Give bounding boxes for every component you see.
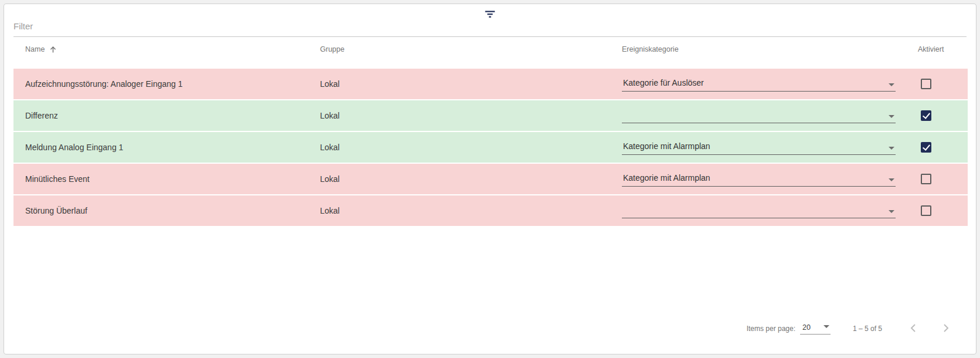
page-size-value: 20 bbox=[802, 323, 811, 332]
caret-down-icon bbox=[889, 83, 894, 86]
aktiviert-checkbox[interactable] bbox=[921, 110, 931, 121]
header-name[interactable]: Name bbox=[13, 45, 308, 54]
cell-name: Minütliches Event bbox=[13, 174, 308, 184]
next-page-button[interactable] bbox=[936, 319, 956, 339]
header-aktiviert: Aktiviert bbox=[906, 45, 968, 53]
cell-name: Differenz bbox=[13, 111, 308, 120]
aktiviert-checkbox[interactable] bbox=[921, 142, 931, 153]
ereigniskategorie-select[interactable] bbox=[622, 108, 896, 123]
events-table-card: Name Gruppe Ereigniskategorie Aktiviert … bbox=[4, 4, 976, 354]
chevron-right-icon bbox=[939, 321, 953, 337]
cell-name: Meldung Analog Eingang 1 bbox=[13, 143, 308, 152]
header-gruppe: Gruppe bbox=[308, 45, 611, 53]
previous-page-button[interactable] bbox=[903, 319, 923, 339]
ereigniskategorie-select-value: Kategorie mit Alarmplan bbox=[623, 173, 710, 183]
filter-list-icon bbox=[484, 8, 496, 19]
cell-gruppe: Lokal bbox=[308, 206, 611, 215]
aktiviert-checkbox[interactable] bbox=[921, 205, 931, 216]
cell-name: Aufzeichnungsstörung: Analoger Eingang 1 bbox=[13, 79, 308, 89]
caret-down-icon bbox=[889, 147, 894, 150]
chevron-left-icon bbox=[906, 321, 920, 337]
arrow-upward-icon bbox=[49, 45, 57, 54]
caret-down-icon bbox=[824, 325, 829, 328]
cell-gruppe: Lokal bbox=[308, 143, 611, 152]
caret-down-icon bbox=[889, 210, 894, 213]
items-per-page-label: Items per page: bbox=[747, 325, 795, 333]
cell-gruppe: Lokal bbox=[308, 174, 611, 184]
page-size-select[interactable]: 20 bbox=[800, 323, 831, 335]
filter-field bbox=[13, 19, 967, 37]
cell-gruppe: Lokal bbox=[308, 79, 611, 89]
caret-down-icon bbox=[889, 115, 894, 118]
caret-down-icon bbox=[889, 178, 894, 181]
aktiviert-checkbox[interactable] bbox=[921, 174, 931, 184]
paginator: Items per page: 20 1 – 5 of 5 bbox=[4, 319, 976, 339]
table-row: Minütliches Event Lokal Kategorie mit Al… bbox=[13, 164, 968, 195]
ereigniskategorie-select-value: Kategorie mit Alarmplan bbox=[623, 141, 710, 151]
page-range-label: 1 – 5 of 5 bbox=[853, 325, 882, 333]
cell-gruppe: Lokal bbox=[308, 111, 611, 120]
ereigniskategorie-select[interactable]: Kategorie mit Alarmplan bbox=[622, 171, 896, 187]
header-name-label: Name bbox=[25, 45, 45, 53]
header-ereigniskategorie: Ereigniskategorie bbox=[611, 45, 906, 53]
ereigniskategorie-select-value: Kategorie für Auslöser bbox=[623, 78, 704, 87]
table-row: Aufzeichnungsstörung: Analoger Eingang 1… bbox=[13, 69, 968, 100]
filter-icon-bar bbox=[4, 4, 976, 19]
aktiviert-checkbox[interactable] bbox=[921, 79, 931, 89]
table-body: Aufzeichnungsstörung: Analoger Eingang 1… bbox=[4, 69, 976, 227]
ereigniskategorie-select[interactable]: Kategorie für Auslöser bbox=[622, 76, 896, 92]
ereigniskategorie-select[interactable] bbox=[622, 203, 896, 218]
table-header-row: Name Gruppe Ereigniskategorie Aktiviert bbox=[13, 37, 968, 62]
table-row: Störung Überlauf Lokal bbox=[13, 195, 968, 227]
filter-input[interactable] bbox=[13, 19, 967, 37]
ereigniskategorie-select[interactable]: Kategorie mit Alarmplan bbox=[622, 140, 896, 155]
table-row: Meldung Analog Eingang 1 Lokal Kategorie… bbox=[13, 132, 968, 164]
table-row: Differenz Lokal bbox=[13, 100, 968, 132]
cell-name: Störung Überlauf bbox=[13, 206, 308, 215]
